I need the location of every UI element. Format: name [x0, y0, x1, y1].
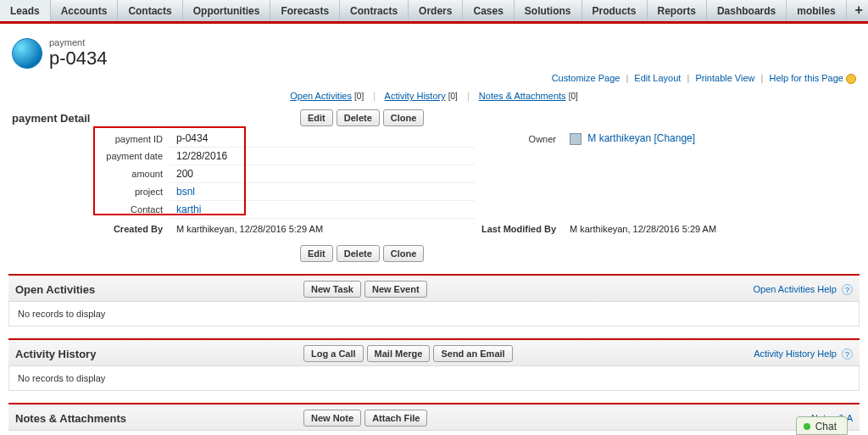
- status-dot-icon: [804, 423, 810, 430]
- payment-id-label: payment ID: [8, 130, 170, 148]
- send-an-email-button[interactable]: Send an Email: [433, 345, 512, 362]
- project-value: bsnl: [170, 183, 475, 201]
- nav-solutions[interactable]: Solutions: [515, 0, 582, 21]
- rl-open-activities-body: No records to display: [8, 302, 860, 326]
- top-nav: Leads Accounts Contacts Opportunities Fo…: [0, 0, 868, 24]
- nav-dashboards[interactable]: Dashboards: [707, 0, 787, 21]
- log-a-call-button[interactable]: Log a Call: [303, 345, 364, 362]
- amount-label: amount: [8, 165, 170, 183]
- nav-accounts[interactable]: Accounts: [51, 0, 119, 21]
- project-link[interactable]: bsnl: [176, 186, 195, 198]
- nav-leads[interactable]: Leads: [0, 0, 51, 21]
- chat-label: Chat: [815, 421, 837, 431]
- rl-notes-attachments: Notes & Attachments New Note Attach File…: [8, 403, 860, 431]
- nav-reports[interactable]: Reports: [648, 0, 707, 21]
- chat-widget[interactable]: Chat: [796, 416, 848, 431]
- attach-file-button[interactable]: Attach File: [364, 410, 427, 427]
- page-header: payment p-0434: [12, 37, 860, 70]
- edit-button[interactable]: Edit: [300, 109, 333, 126]
- project-label: project: [8, 183, 170, 201]
- nav-contracts[interactable]: Contracts: [340, 0, 409, 21]
- contact-link[interactable]: karthi: [176, 204, 201, 215]
- clone-button-bottom[interactable]: Clone: [383, 245, 425, 262]
- help-icon: [846, 74, 856, 84]
- delete-button-bottom[interactable]: Delete: [337, 245, 380, 262]
- record-name: p-0434: [49, 47, 108, 70]
- rl-activity-history: Activity History Log a Call Mail Merge S…: [8, 338, 860, 391]
- payment-date-value: 12/28/2016: [170, 148, 475, 165]
- nav-cases[interactable]: Cases: [463, 0, 514, 21]
- object-label: payment: [49, 37, 108, 47]
- user-icon: [570, 133, 581, 145]
- rl-open-activities-title: Open Activities: [15, 283, 303, 296]
- related-list-links: Open Activities [0] | Activity History […: [8, 91, 860, 101]
- rl-open-activities: Open Activities New Task New Event Open …: [8, 274, 860, 326]
- rel-link-activity-history[interactable]: Activity History: [385, 91, 446, 101]
- created-by-label: Created By: [8, 219, 170, 237]
- amount-value: 200: [170, 165, 475, 183]
- open-activities-help-link[interactable]: Open Activities Help: [754, 284, 837, 294]
- last-modified-by-value: M karthikeyan, 12/28/2016 5:29 AM: [563, 219, 860, 237]
- detail-body: payment ID p-0434 Owner M karthikeyan [C…: [8, 130, 860, 237]
- owner-label: Owner: [475, 130, 563, 148]
- edit-layout-link[interactable]: Edit Layout: [634, 73, 681, 83]
- object-icon: [12, 38, 42, 69]
- activity-history-help-link[interactable]: Activity History Help: [754, 349, 837, 359]
- nav-mobiles[interactable]: mobiles: [787, 0, 846, 21]
- help-page-link[interactable]: Help for this Page: [770, 73, 843, 83]
- rel-link-notes[interactable]: Notes & Attachments: [479, 91, 566, 101]
- help-question-icon: ?: [842, 349, 853, 360]
- rel-count-notes: [0]: [569, 92, 578, 101]
- nav-opportunities[interactable]: Opportunities: [183, 0, 271, 21]
- edit-button-bottom[interactable]: Edit: [300, 245, 333, 262]
- detail-bottom-buttons: . Edit Delete Clone: [12, 245, 860, 262]
- help-question-icon: ?: [842, 284, 853, 295]
- owner-change-link[interactable]: [Change]: [654, 132, 695, 144]
- created-by-value: M karthikeyan, 12/28/2016 5:29 AM: [170, 219, 475, 237]
- nav-forecasts[interactable]: Forecasts: [270, 0, 340, 21]
- rl-activity-history-body: No records to display: [8, 366, 860, 391]
- detail-section-head: payment Detail Edit Delete Clone: [12, 109, 860, 126]
- customize-page-link[interactable]: Customize Page: [552, 73, 620, 83]
- new-event-button[interactable]: New Event: [364, 281, 427, 298]
- new-note-button[interactable]: New Note: [303, 410, 361, 427]
- nav-products[interactable]: Products: [582, 0, 648, 21]
- payment-id-value: p-0434: [170, 130, 475, 148]
- delete-button[interactable]: Delete: [337, 109, 380, 126]
- contact-label: Contact: [8, 201, 170, 219]
- rel-count-open-activities: [0]: [354, 92, 364, 101]
- page-action-links: Customize Page | Edit Layout | Printable…: [8, 73, 856, 84]
- rl-notes-title: Notes & Attachments: [15, 412, 303, 425]
- last-modified-by-label: Last Modified By: [475, 219, 563, 237]
- rel-count-activity-history: [0]: [448, 92, 458, 101]
- payment-date-label: payment date: [8, 148, 170, 165]
- detail-section-title: payment Detail: [12, 112, 300, 125]
- rl-activity-history-title: Activity History: [15, 348, 303, 360]
- new-task-button[interactable]: New Task: [303, 281, 361, 298]
- mail-merge-button[interactable]: Mail Merge: [367, 345, 431, 362]
- nav-add-tab[interactable]: +: [847, 0, 868, 21]
- owner-value[interactable]: M karthikeyan: [587, 132, 651, 144]
- nav-contacts[interactable]: Contacts: [118, 0, 182, 21]
- rel-link-open-activities[interactable]: Open Activities: [290, 91, 352, 101]
- clone-button[interactable]: Clone: [383, 109, 425, 126]
- nav-orders[interactable]: Orders: [409, 0, 463, 21]
- printable-view-link[interactable]: Printable View: [695, 73, 754, 83]
- contact-value: karthi: [170, 201, 475, 219]
